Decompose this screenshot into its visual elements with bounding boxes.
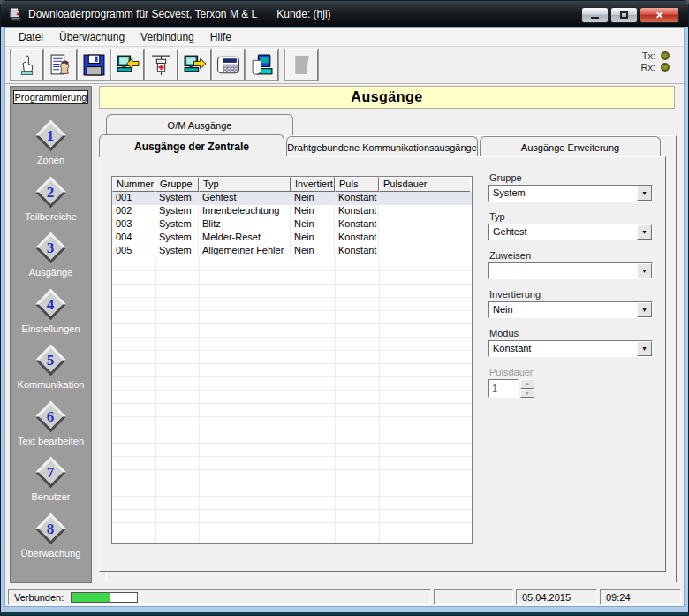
- table-row[interactable]: 001 System Gehtest Nein Konstant: [112, 192, 472, 205]
- status-empty-panel: [434, 589, 513, 605]
- sidebar-item-ausgaenge[interactable]: 3 Ausgänge: [29, 237, 73, 278]
- keypad-icon: [216, 53, 240, 77]
- tab-drahtgebundene-kommunikationsausgaenge[interactable]: Drahtgebundene Kommunikationsausgänge: [286, 136, 478, 157]
- rx-led-icon: [661, 63, 670, 72]
- app-window: Downloaderprogramm für Secvest, Terxon M…: [0, 0, 689, 616]
- close-button[interactable]: ✕: [640, 7, 679, 23]
- receive-from-panel-icon: [116, 53, 140, 77]
- sidebar-item-zonen[interactable]: 1 Zonen: [37, 125, 64, 165]
- col-header-puls[interactable]: Puls: [335, 177, 379, 192]
- chevron-down-icon[interactable]: ▼: [637, 263, 652, 278]
- status-bar: Verbunden: 05.04.2015 09:24: [5, 588, 684, 606]
- col-header-pulsdauer[interactable]: Pulsdauer: [379, 177, 470, 192]
- menu-hilfe[interactable]: Hilfe: [202, 29, 239, 45]
- sidebar-item-ueberwachung[interactable]: 8 Überwachung: [21, 518, 81, 559]
- invertierung-select[interactable]: Nein ▼: [488, 301, 653, 318]
- disabled-tool-button: [285, 49, 318, 80]
- gruppe-select[interactable]: System ▼: [488, 185, 653, 202]
- outputs-tab-page: Nummer Gruppe Typ Invertiert Puls Pulsda…: [99, 156, 666, 572]
- chevron-down-icon[interactable]: ▼: [637, 224, 652, 240]
- pulsdauer-label: Pulsdauer: [489, 367, 653, 377]
- outputs-table: Nummer Gruppe Typ Invertiert Puls Pulsda…: [111, 176, 473, 544]
- menu-verbindung[interactable]: Verbindung: [132, 29, 202, 45]
- detector-button[interactable]: [145, 49, 178, 80]
- spin-down-icon: ▼: [520, 389, 534, 399]
- print-icon: [250, 53, 274, 77]
- col-header-gruppe[interactable]: Gruppe: [155, 177, 199, 192]
- menu-ueberwachung[interactable]: Überwachung: [51, 29, 132, 45]
- diamond-3-icon: 3: [35, 232, 66, 263]
- col-header-invertiert[interactable]: Invertiert: [291, 177, 335, 192]
- chevron-down-icon[interactable]: ▼: [637, 186, 652, 201]
- tx-led-icon: [661, 51, 670, 60]
- diamond-8-icon: 8: [35, 513, 66, 544]
- modus-label: Modus: [489, 328, 653, 338]
- sidebar-item-text-bearbeiten[interactable]: 6 Text bearbeiten: [18, 406, 84, 446]
- programming-sidebar: Programmierung 1 Zonen 2 Teilbereiche 3 …: [10, 86, 92, 583]
- keypad-button[interactable]: [212, 49, 245, 80]
- window-bottom-edge: [1, 612, 688, 615]
- maximize-button[interactable]: [610, 7, 638, 23]
- zuweisen-select[interactable]: ▼: [488, 262, 653, 279]
- page-title: Ausgänge: [351, 89, 422, 105]
- status-time: 09:24: [600, 589, 681, 605]
- sidebar-item-label: Überwachung: [21, 548, 81, 559]
- progress-fill: [72, 593, 110, 602]
- table-row[interactable]: 004 System Melder-Reset Nein Konstant: [112, 232, 472, 245]
- print-button[interactable]: [246, 49, 278, 80]
- typ-select[interactable]: Gehtest ▼: [488, 224, 653, 240]
- sidebar-item-einstellungen[interactable]: 4 Einstellungen: [21, 293, 80, 334]
- send-button[interactable]: [178, 49, 211, 80]
- modus-select[interactable]: Konstant ▼: [488, 340, 653, 357]
- table-row[interactable]: 005 System Allgemeiner Fehler Nein Konst…: [112, 245, 472, 258]
- sidebar-item-label: Benutzer: [31, 491, 70, 502]
- tx-label: Tx:: [641, 50, 656, 61]
- customer-data-button[interactable]: [44, 49, 77, 80]
- save-floppy-icon: [82, 53, 106, 77]
- chevron-down-icon[interactable]: ▼: [637, 302, 652, 317]
- zuweisen-label: Zuweisen: [489, 250, 653, 261]
- sidebar-item-label: Kommunikation: [18, 379, 85, 390]
- sidebar-item-label: Ausgänge: [29, 267, 73, 278]
- sidebar-item-kommunikation[interactable]: 5 Kommunikation: [18, 349, 85, 390]
- customer-label: Kunde: (hjl): [276, 8, 330, 20]
- close-icon: ✕: [655, 10, 663, 21]
- diamond-2-icon: 2: [35, 177, 66, 208]
- tab-ausgaenge-der-zentrale[interactable]: Ausgänge der Zentrale: [99, 134, 284, 157]
- spin-up-icon: ▲: [520, 379, 534, 389]
- detector-icon: [149, 53, 173, 77]
- save-button[interactable]: [78, 49, 110, 80]
- pulsdauer-value: 1: [488, 379, 519, 398]
- tab-om-ausgaenge[interactable]: O/M Ausgänge: [106, 114, 293, 135]
- connection-status-panel: Verbunden:: [8, 589, 431, 605]
- tab-ausgaenge-erweiterung[interactable]: Ausgänge Erweiterung: [480, 136, 661, 157]
- sidebar-nav: 1 Zonen 2 Teilbereiche 3 Ausgänge 4 Eins…: [11, 104, 91, 582]
- customer-document-icon: [49, 53, 72, 77]
- chevron-down-icon[interactable]: ▼: [637, 341, 652, 356]
- hint-button[interactable]: [11, 49, 43, 80]
- pointing-hand-icon: [15, 53, 39, 77]
- maximize-icon: [620, 11, 628, 19]
- table-row[interactable]: 002 System Innenbeleuchtung Nein Konstan…: [112, 205, 472, 218]
- receive-button[interactable]: [111, 49, 144, 80]
- sidebar-item-label: Zonen: [37, 155, 64, 165]
- table-empty-area: [112, 258, 472, 544]
- col-header-nummer[interactable]: Nummer: [112, 177, 155, 192]
- window-title: Downloaderprogramm für Secvest, Terxon M…: [28, 8, 257, 20]
- tx-rx-indicators: Tx: Rx:: [641, 50, 670, 72]
- sidebar-item-label: Einstellungen: [21, 323, 80, 334]
- minimize-button[interactable]: [581, 7, 609, 23]
- diamond-4-icon: 4: [35, 289, 66, 320]
- typ-label: Typ: [489, 211, 653, 222]
- table-header-row: Nummer Gruppe Typ Invertiert Puls Pulsda…: [112, 177, 472, 192]
- minimize-icon: [591, 17, 599, 19]
- menu-datei[interactable]: Datei: [11, 29, 51, 45]
- title-bar: Downloaderprogramm für Secvest, Terxon M…: [1, 1, 688, 27]
- menu-bar: Datei Überwachung Verbindung Hilfe: [5, 28, 684, 47]
- sidebar-item-benutzer[interactable]: 7 Benutzer: [31, 461, 70, 502]
- sidebar-header: Programmierung: [13, 90, 88, 104]
- sidebar-item-teilbereiche[interactable]: 2 Teilbereiche: [25, 181, 77, 222]
- col-header-typ[interactable]: Typ: [199, 177, 291, 192]
- status-date: 05.04.2015: [516, 589, 597, 605]
- table-row[interactable]: 003 System Blitz Nein Konstant: [112, 218, 472, 232]
